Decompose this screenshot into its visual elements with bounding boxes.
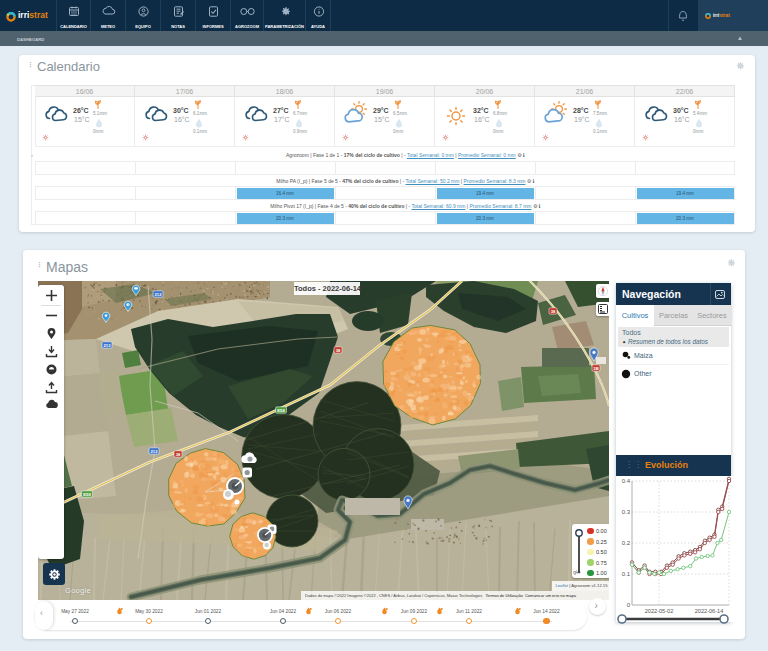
svg-text:38: 38 (176, 452, 181, 457)
svg-text:E58: E58 (277, 408, 285, 413)
svg-text:0.4: 0.4 (622, 478, 631, 484)
svg-text:0.3: 0.3 (622, 509, 631, 515)
svg-text:212: 212 (151, 449, 159, 454)
svg-text:38: 38 (336, 348, 341, 353)
svg-text:0.2: 0.2 (622, 540, 631, 546)
svg-text:212: 212 (155, 292, 163, 297)
svg-text:213: 213 (104, 343, 112, 348)
svg-text:E58: E58 (83, 492, 91, 497)
svg-text:3B: 3B (593, 366, 598, 371)
svg-text:38: 38 (551, 309, 556, 314)
svg-text:0.1: 0.1 (622, 571, 631, 577)
